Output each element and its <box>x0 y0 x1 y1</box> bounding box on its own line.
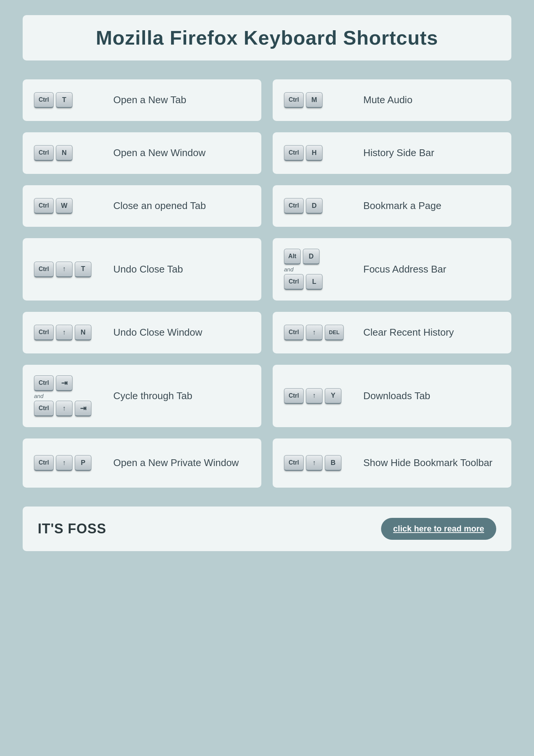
key-shift: ↑ <box>56 401 73 417</box>
keys-open-new-tab: Ctrl T <box>34 92 106 108</box>
label-mute-audio: Mute Audio <box>363 94 412 107</box>
shortcut-focus-address-bar: Alt D and Ctrl L Focus Address Bar <box>273 238 511 301</box>
key-ctrl: Ctrl <box>34 198 54 214</box>
keys-cycle-tab: Ctrl ⇥ and Ctrl ↑ ⇥ <box>34 375 106 417</box>
key-shift: ↑ <box>56 455 73 471</box>
keys-downloads-tab: Ctrl ↑ Y <box>284 388 356 404</box>
key-ctrl: Ctrl <box>34 145 54 161</box>
key-ctrl: Ctrl <box>34 262 54 277</box>
label-undo-close-tab: Undo Close Tab <box>113 263 183 276</box>
shortcut-cycle-tab: Ctrl ⇥ and Ctrl ↑ ⇥ Cycle through Tab <box>23 365 261 427</box>
key-shift: ↑ <box>306 455 323 471</box>
shortcut-close-tab: Ctrl W Close an opened Tab <box>23 185 261 227</box>
key-d: D <box>303 249 319 265</box>
and-label: and <box>284 266 293 273</box>
footer-bar: IT'S FOSS click here to read more <box>23 507 511 551</box>
key-m: M <box>306 92 323 108</box>
key-b: B <box>325 455 341 471</box>
key-ctrl: Ctrl <box>34 325 54 341</box>
key-ctrl: Ctrl <box>34 375 54 391</box>
keys-bookmark-page: Ctrl D <box>284 198 356 214</box>
key-ctrl: Ctrl <box>34 455 54 471</box>
shortcuts-grid: Ctrl T Open a New Tab Ctrl M Mute Audio … <box>23 79 511 488</box>
keys-undo-close-window: Ctrl ↑ N <box>34 325 106 341</box>
key-t: T <box>75 262 91 277</box>
label-open-new-window: Open a New Window <box>113 147 205 160</box>
key-p: P <box>75 455 91 471</box>
keys-open-new-window: Ctrl N <box>34 145 106 161</box>
shortcut-undo-close-tab: Ctrl ↑ T Undo Close Tab <box>23 238 261 301</box>
keys-bookmark-toolbar: Ctrl ↑ B <box>284 455 356 471</box>
key-tab: ⇥ <box>75 401 91 417</box>
key-shift: ↑ <box>56 262 73 277</box>
key-t: T <box>56 92 73 108</box>
keys-close-tab: Ctrl W <box>34 198 106 214</box>
key-shift: ↑ <box>306 325 323 341</box>
label-cycle-tab: Cycle through Tab <box>113 390 192 403</box>
key-h: H <box>306 145 323 161</box>
key-ctrl: Ctrl <box>284 388 304 404</box>
shortcut-private-window: Ctrl ↑ P Open a New Private Window <box>23 438 261 488</box>
label-bookmark-page: Bookmark a Page <box>363 200 441 212</box>
header-box: Mozilla Firefox Keyboard Shortcuts <box>23 15 511 60</box>
label-history-sidebar: History Side Bar <box>363 147 434 160</box>
shortcut-open-new-window: Ctrl N Open a New Window <box>23 132 261 174</box>
label-open-new-tab: Open a New Tab <box>113 94 186 107</box>
shortcut-open-new-tab: Ctrl T Open a New Tab <box>23 79 261 121</box>
key-ctrl: Ctrl <box>284 274 304 290</box>
shortcut-bookmark-toolbar: Ctrl ↑ B Show Hide Bookmark Toolbar <box>273 438 511 488</box>
key-ctrl: Ctrl <box>284 455 304 471</box>
page-wrapper: Mozilla Firefox Keyboard Shortcuts Ctrl … <box>23 15 511 551</box>
keys-private-window: Ctrl ↑ P <box>34 455 106 471</box>
label-private-window: Open a New Private Window <box>113 457 239 469</box>
key-ctrl: Ctrl <box>284 198 304 214</box>
key-ctrl: Ctrl <box>34 401 54 417</box>
key-ctrl: Ctrl <box>284 145 304 161</box>
keys-row1: Ctrl ⇥ <box>34 375 73 391</box>
key-n: N <box>56 145 73 161</box>
keys-clear-history: Ctrl ↑ DEL <box>284 325 356 341</box>
shortcut-bookmark-page: Ctrl D Bookmark a Page <box>273 185 511 227</box>
keys-row1: Alt D <box>284 249 319 265</box>
key-y: Y <box>325 388 341 404</box>
logo: IT'S FOSS <box>38 521 106 537</box>
label-undo-close-window: Undo Close Window <box>113 326 202 339</box>
key-w: W <box>56 198 73 214</box>
key-ctrl: Ctrl <box>284 325 304 341</box>
key-alt: Alt <box>284 249 301 265</box>
label-focus-address-bar: Focus Address Bar <box>363 263 446 276</box>
shortcut-history-sidebar: Ctrl H History Side Bar <box>273 132 511 174</box>
key-del: DEL <box>325 325 344 341</box>
keys-row2: Ctrl L <box>284 274 323 290</box>
key-l: L <box>306 274 323 290</box>
shortcut-undo-close-window: Ctrl ↑ N Undo Close Window <box>23 312 261 353</box>
key-shift: ↑ <box>56 325 73 341</box>
keys-row2: Ctrl ↑ ⇥ <box>34 401 91 417</box>
key-ctrl: Ctrl <box>34 92 54 108</box>
key-shift: ↑ <box>306 388 323 404</box>
key-ctrl: Ctrl <box>284 92 304 108</box>
and-label: and <box>34 393 43 399</box>
keys-mute-audio: Ctrl M <box>284 92 356 108</box>
keys-history-sidebar: Ctrl H <box>284 145 356 161</box>
key-n: N <box>75 325 91 341</box>
read-more-button[interactable]: click here to read more <box>381 518 496 540</box>
key-tab: ⇥ <box>56 375 73 391</box>
label-clear-history: Clear Recent History <box>363 326 454 339</box>
shortcut-downloads-tab: Ctrl ↑ Y Downloads Tab <box>273 365 511 427</box>
label-bookmark-toolbar: Show Hide Bookmark Toolbar <box>363 457 492 469</box>
keys-focus-address-bar: Alt D and Ctrl L <box>284 249 356 290</box>
key-d: D <box>306 198 323 214</box>
shortcut-clear-history: Ctrl ↑ DEL Clear Recent History <box>273 312 511 353</box>
keys-undo-close-tab: Ctrl ↑ T <box>34 262 106 277</box>
shortcut-mute-audio: Ctrl M Mute Audio <box>273 79 511 121</box>
label-close-tab: Close an opened Tab <box>113 200 206 212</box>
page-title: Mozilla Firefox Keyboard Shortcuts <box>30 26 504 49</box>
label-downloads-tab: Downloads Tab <box>363 390 430 403</box>
